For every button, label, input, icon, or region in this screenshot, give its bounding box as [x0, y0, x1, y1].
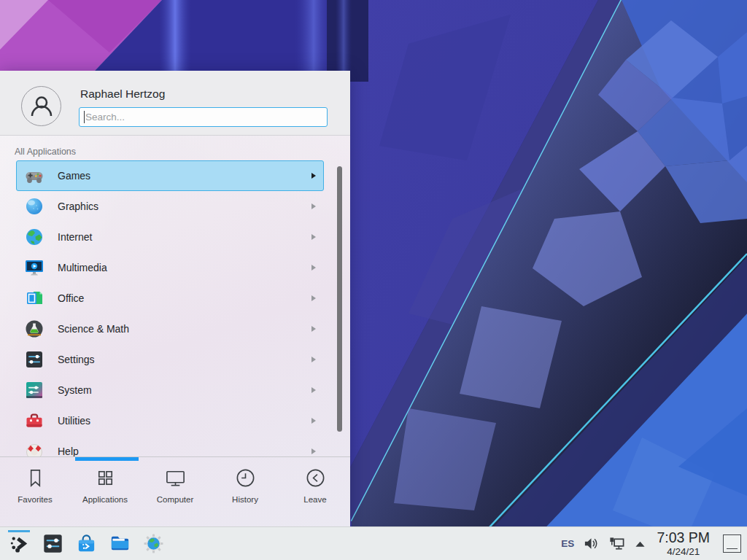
category-label: Multimedia — [58, 262, 107, 273]
expand-tray-button[interactable] — [635, 540, 646, 548]
leave-circle-icon — [304, 467, 327, 489]
tab-label: History — [232, 495, 258, 504]
bookmark-icon — [24, 467, 47, 489]
submenu-arrow-icon — [311, 295, 316, 301]
user-avatar[interactable] — [21, 86, 61, 126]
tab-label: Favorites — [18, 495, 52, 504]
category-row-office[interactable]: Office — [16, 283, 324, 314]
submenu-arrow-icon — [311, 357, 316, 362]
category-row-science-math[interactable]: Science & Math — [16, 314, 324, 344]
search-input[interactable] — [79, 107, 328, 127]
category-row-multimedia[interactable]: Multimedia — [16, 252, 324, 283]
show-desktop-button[interactable] — [723, 534, 741, 553]
monitor-icon — [164, 467, 187, 489]
submenu-arrow-icon — [311, 326, 316, 332]
system-settings-button[interactable] — [39, 529, 66, 559]
clock-time: 7:03 PM — [657, 531, 710, 545]
globe-icon — [24, 227, 44, 247]
gamepad-icon — [24, 166, 44, 186]
category-label: Utilities — [58, 415, 90, 427]
system-tray: ES — [561, 531, 741, 557]
file-manager-icon — [109, 532, 131, 555]
category-row-help[interactable]: Help — [16, 436, 324, 456]
multimedia-screen-icon — [24, 257, 44, 278]
category-label: System — [58, 384, 92, 396]
list-scrollbar[interactable] — [337, 166, 342, 432]
category-row-internet[interactable]: Internet — [16, 222, 324, 252]
submenu-arrow-icon — [311, 234, 316, 240]
clock-icon — [234, 467, 257, 489]
utilities-toolbox-icon — [24, 411, 44, 431]
category-label: Office — [58, 292, 84, 304]
submenu-arrow-icon — [311, 203, 316, 209]
desktop: Raphael Hertzog All Applications — [0, 0, 747, 560]
category-label: Help — [58, 446, 79, 456]
user-icon — [27, 92, 56, 121]
category-row-system[interactable]: System — [16, 375, 324, 405]
application-launcher-icon — [8, 532, 31, 555]
tab-computer[interactable]: Computer — [140, 467, 210, 504]
submenu-arrow-icon — [311, 173, 316, 179]
help-lifebuoy-icon — [24, 441, 44, 456]
category-label: Science & Math — [58, 323, 129, 335]
footer-tabs: Favorites Applications Computer — [0, 457, 350, 504]
grid-icon — [94, 467, 117, 489]
clock-date: 4/24/21 — [657, 547, 710, 557]
web-browser-button[interactable] — [140, 529, 166, 559]
office-documents-icon — [24, 288, 44, 308]
category-label: Games — [58, 170, 90, 182]
keyboard-layout-indicator[interactable]: ES — [561, 538, 574, 549]
network-button[interactable] — [608, 536, 625, 552]
launcher-header: Raphael Hertzog — [0, 71, 350, 136]
application-launcher-menu: Raphael Hertzog All Applications — [0, 71, 350, 526]
volume-icon — [584, 536, 599, 551]
category-row-graphics[interactable]: Graphics — [16, 191, 324, 222]
submenu-arrow-icon — [311, 265, 316, 271]
wired-network-icon — [608, 536, 625, 552]
tab-label: Leave — [303, 495, 326, 504]
tab-applications[interactable]: Applications — [70, 467, 140, 504]
submenu-arrow-icon — [311, 418, 316, 424]
category-row-utilities[interactable]: Utilities — [16, 405, 324, 436]
tab-favorites[interactable]: Favorites — [0, 467, 70, 504]
user-name: Raphael Hertzog — [80, 88, 165, 101]
taskbar-panel: ES — [0, 526, 747, 560]
submenu-arrow-icon — [311, 448, 316, 454]
active-task-indicator — [8, 530, 30, 532]
text-cursor — [84, 111, 85, 123]
expand-tray-arrow-icon — [635, 540, 646, 548]
category-row-settings[interactable]: Settings — [16, 344, 324, 375]
science-flask-icon — [24, 319, 44, 339]
search-field-wrap — [79, 107, 328, 127]
submenu-arrow-icon — [311, 387, 316, 393]
category-label: Graphics — [58, 201, 98, 212]
settings-sliders-icon — [24, 349, 44, 370]
tab-label: Computer — [157, 495, 194, 504]
section-label: All Applications — [15, 147, 76, 157]
category-label: Settings — [58, 354, 95, 365]
digital-clock[interactable]: 7:03 PM 4/24/21 — [657, 531, 710, 557]
system-sliders-icon — [24, 380, 44, 400]
volume-button[interactable] — [584, 536, 599, 551]
launcher-footer: Favorites Applications Computer — [0, 456, 350, 526]
tab-history[interactable]: History — [210, 467, 280, 504]
discover-button[interactable] — [73, 529, 99, 559]
category-list: Games Graphics — [16, 160, 324, 456]
active-tab-indicator — [75, 457, 139, 461]
web-browser-icon — [142, 532, 165, 555]
system-settings-icon — [42, 532, 64, 555]
graphics-ball-icon — [24, 196, 44, 217]
application-launcher-button[interactable] — [6, 529, 32, 559]
tab-label: Applications — [82, 495, 128, 504]
category-label: Internet — [58, 231, 92, 243]
category-row-games[interactable]: Games — [16, 160, 324, 191]
discover-icon — [75, 532, 98, 555]
tab-leave[interactable]: Leave — [280, 467, 350, 504]
file-manager-button[interactable] — [107, 529, 133, 559]
